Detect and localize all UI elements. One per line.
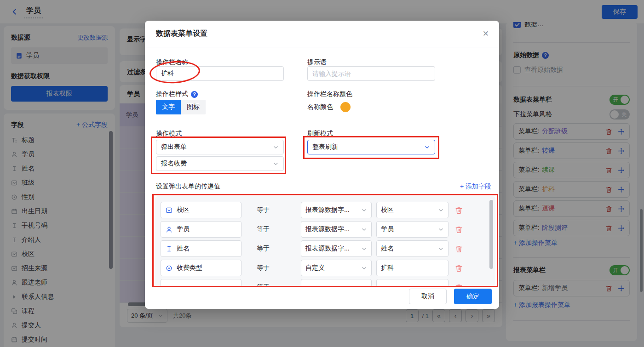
chevron-down-icon — [424, 144, 430, 150]
transfer-value-select[interactable]: 校区 — [376, 202, 448, 218]
chevron-down-icon — [438, 246, 444, 252]
chevron-down-icon — [273, 161, 279, 167]
refresh-mode-label: 刷新模式 — [307, 130, 333, 138]
chevron-down-icon — [361, 246, 367, 252]
transfer-rows-panel: 校区 等于 报表源数据字... 校区 学员 等于 报表源数据字... 学员 — [155, 196, 495, 286]
action-form-value: 报名收费 — [161, 159, 187, 168]
radio-icon — [166, 265, 172, 272]
transfer-values-label: 设置弹出表单的传递值 — [156, 182, 220, 191]
input-icon — [166, 245, 172, 252]
select-icon — [166, 207, 172, 214]
add-field-link[interactable]: + 添加字段 — [460, 182, 491, 191]
modal-title: 数据表菜单设置 — [156, 29, 207, 39]
trash-icon[interactable] — [455, 206, 463, 214]
action-mode-select[interactable]: 弹出表单 — [156, 140, 284, 154]
app-window: 学员 保存 数据源 更改数据源 学员 数据获取权限 报表权限 字段 + 公式字段… — [0, 0, 644, 347]
transfer-field-input[interactable]: 学员 — [161, 221, 242, 238]
person-icon — [166, 226, 172, 233]
chevron-down-icon — [438, 207, 444, 213]
operator-label: 等于 — [257, 225, 270, 233]
transfer-value: 校区 — [381, 206, 394, 214]
action-mode-label: 操作模式 — [156, 130, 182, 138]
transfer-row: 姓名 等于 报表源数据字... 姓名 — [161, 240, 490, 257]
transfer-value: 学员 — [381, 225, 394, 233]
transfer-rows: 校区 等于 报表源数据字... 校区 学员 等于 报表源数据字... 学员 — [161, 202, 490, 286]
style-segmented-control: 文字 图标 — [156, 100, 206, 114]
style-option-icon[interactable]: 图标 — [181, 100, 206, 114]
style-option-text[interactable]: 文字 — [156, 100, 181, 114]
transfer-field-label: 收费类型 — [177, 264, 202, 272]
refresh-mode-value: 整表刷新 — [312, 143, 338, 151]
chevron-down-icon — [361, 265, 367, 271]
name-color-section-label: 操作栏名称颜色 — [307, 90, 352, 98]
transfer-field-label: 姓名 — [177, 245, 190, 253]
table-menu-settings-modal: 数据表菜单设置 ✕ 操作栏名称 提示语 操作栏样式 ? 操作栏名称颜色 文字 图… — [145, 21, 499, 309]
chevron-down-icon — [438, 284, 444, 287]
transfer-field-label: 学员 — [177, 225, 190, 233]
action-style-label: 操作栏样式 ? — [156, 90, 198, 98]
transfer-source-value: 报表源数据字... — [305, 245, 350, 253]
trash-icon[interactable] — [455, 284, 463, 287]
chevron-down-icon — [438, 227, 444, 233]
transfer-source-select[interactable]: 报表源数据字... — [301, 221, 372, 238]
transfer-value: 扩科 — [381, 264, 394, 272]
transfer-source-value: 报表源数据字... — [305, 206, 350, 214]
transfer-value-select[interactable]: 学员 — [376, 221, 448, 238]
transfer-source-value: 自定义 — [305, 264, 325, 272]
transfer-value-select[interactable]: 姓名 — [376, 240, 448, 257]
transfer-row: 等于 — [161, 279, 490, 286]
chevron-down-icon — [361, 227, 367, 233]
operator-label: 等于 — [257, 283, 270, 286]
operator-label: 等于 — [257, 245, 270, 253]
color-swatch[interactable] — [340, 102, 351, 112]
action-name-label: 操作栏名称 — [156, 58, 188, 67]
action-style-label-text: 操作栏样式 — [156, 90, 188, 98]
transfer-value: 姓名 — [381, 245, 394, 253]
close-icon[interactable]: ✕ — [483, 29, 489, 39]
modal-header: 数据表菜单设置 — [145, 21, 499, 47]
tip-input[interactable] — [307, 66, 435, 81]
tip-label: 提示语 — [307, 58, 327, 67]
refresh-mode-select[interactable]: 整表刷新 — [307, 140, 435, 154]
trash-icon[interactable] — [455, 245, 463, 253]
transfer-field-input[interactable]: 校区 — [161, 202, 242, 218]
transfer-panel-scrollbar[interactable] — [489, 200, 493, 269]
transfer-row: 校区 等于 报表源数据字... 校区 — [161, 202, 490, 218]
transfer-source-select[interactable]: 自定义 — [301, 260, 372, 276]
action-mode-value: 弹出表单 — [161, 143, 187, 151]
transfer-source-select[interactable]: 报表源数据字... — [301, 240, 372, 257]
trash-icon[interactable] — [455, 226, 463, 233]
trash-icon[interactable] — [455, 264, 463, 272]
transfer-source-value: 报表源数据字... — [305, 225, 350, 233]
action-name-input[interactable] — [156, 66, 284, 81]
transfer-field-input[interactable] — [161, 279, 242, 286]
transfer-value-select[interactable] — [376, 279, 448, 286]
transfer-row: 学员 等于 报表源数据字... 学员 — [161, 221, 490, 238]
operator-label: 等于 — [257, 264, 270, 272]
transfer-value-select[interactable]: 扩科 — [376, 260, 448, 276]
transfer-field-input[interactable]: 收费类型 — [161, 260, 242, 276]
transfer-field-label: 校区 — [177, 206, 190, 214]
operator-label: 等于 — [257, 206, 270, 214]
confirm-button[interactable]: 确定 — [454, 289, 492, 304]
transfer-source-select[interactable]: 报表源数据字... — [301, 202, 372, 218]
name-color-label: 名称颜色 — [307, 103, 333, 111]
help-icon[interactable]: ? — [191, 91, 198, 98]
cancel-button[interactable]: 取消 — [409, 289, 447, 304]
transfer-source-select[interactable] — [301, 279, 372, 286]
transfer-row: 收费类型 等于 自定义 扩科 — [161, 260, 490, 276]
transfer-field-input[interactable]: 姓名 — [161, 240, 242, 257]
chevron-down-icon — [361, 207, 367, 213]
chevron-down-icon — [361, 284, 367, 287]
action-form-select[interactable]: 报名收费 — [156, 156, 284, 171]
chevron-down-icon — [273, 144, 279, 150]
